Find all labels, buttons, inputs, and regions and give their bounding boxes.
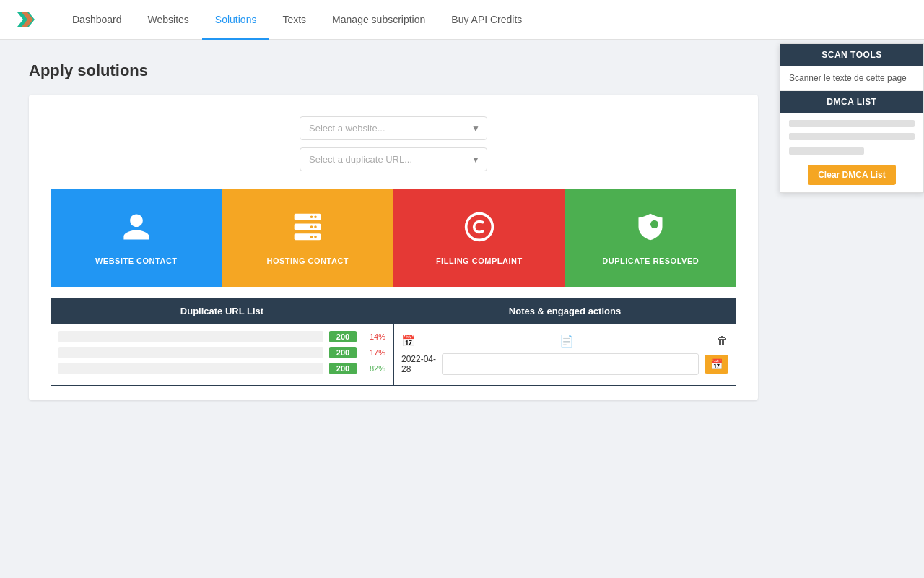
- trash-icon[interactable]: 🗑: [717, 335, 728, 348]
- svg-rect-8: [295, 233, 321, 240]
- scan-page-button[interactable]: Scanner le texte de cette page: [780, 66, 923, 91]
- url-percent: 17%: [362, 348, 385, 357]
- url-dropdown[interactable]: Select a duplicate URL...: [300, 147, 487, 171]
- url-percent: 82%: [362, 364, 385, 373]
- scan-tools-title: SCAN TOOLS: [780, 44, 923, 66]
- svg-point-7: [310, 225, 313, 228]
- notes-calendar-button[interactable]: 📅: [705, 355, 728, 374]
- duplicate-resolved-card[interactable]: DUPLICATE RESOLVED: [565, 189, 737, 287]
- nav-buy-api-credits[interactable]: Buy API Credits: [438, 0, 535, 40]
- url-text: [58, 363, 323, 374]
- notes-panel: Notes & engaged actions 📅 📄 🗑 2022-04- 2…: [393, 298, 736, 386]
- nav-dashboard[interactable]: Dashboard: [59, 0, 135, 40]
- topbar: Dashboard Websites Solutions Texts Manag…: [0, 0, 924, 40]
- svg-point-4: [310, 215, 313, 218]
- notes-date: 2022-04- 28: [401, 354, 436, 374]
- url-status-badge: 200: [329, 363, 357, 374]
- svg-point-10: [310, 236, 313, 238]
- hosting-contact-label: HOSTING CONTACT: [266, 256, 349, 265]
- filling-complaint-label: FILLING COMPLAINT: [436, 256, 523, 265]
- svg-point-3: [314, 215, 317, 218]
- url-text: [58, 331, 323, 342]
- document-icon[interactable]: 📄: [559, 334, 574, 348]
- duplicate-resolved-label: DUPLICATE RESOLVED: [602, 256, 699, 265]
- notes-input[interactable]: [442, 353, 699, 375]
- website-contact-label: WEBSITE CONTACT: [95, 256, 178, 265]
- svg-rect-5: [295, 223, 321, 230]
- hosting-contact-card[interactable]: HOSTING CONTACT: [222, 189, 394, 287]
- website-dropdown-wrap: Select a website... ▼: [300, 116, 487, 140]
- server-icon: [292, 211, 323, 249]
- logo[interactable]: [14, 8, 38, 31]
- solution-cards-grid: WEBSITE CONTACT: [51, 189, 736, 287]
- url-list: 200 14% 200 17% 200 82%: [58, 331, 385, 374]
- table-row: 200 82%: [58, 363, 385, 374]
- url-percent: 14%: [362, 332, 385, 341]
- nav-solutions[interactable]: Solutions: [202, 0, 270, 40]
- svg-point-12: [650, 220, 658, 228]
- main-nav: Dashboard Websites Solutions Texts Manag…: [59, 0, 535, 40]
- bottom-panels: Duplicate URL List 200 14% 200 17%: [51, 298, 736, 386]
- dmca-list-title: DMCA LIST: [780, 91, 923, 113]
- svg-rect-2: [295, 214, 321, 220]
- svg-point-9: [314, 236, 317, 238]
- notes-icons-row: 📅 📄 🗑: [401, 331, 728, 350]
- table-row: 200 17%: [58, 347, 385, 358]
- svg-point-11: [466, 214, 492, 241]
- duplicate-url-panel-body: 200 14% 200 17% 200 82%: [51, 324, 393, 381]
- url-dropdown-wrap: Select a duplicate URL... ▼: [300, 147, 487, 171]
- nav-websites[interactable]: Websites: [135, 0, 202, 40]
- clear-dmca-button[interactable]: Clear DMCA List: [808, 165, 896, 185]
- notes-panel-header: Notes & engaged actions: [394, 298, 736, 324]
- notes-panel-body: 📅 📄 🗑 2022-04- 28 📅: [394, 324, 736, 385]
- solutions-card: Select a website... ▼ Select a duplicate…: [29, 95, 758, 400]
- url-status-badge: 200: [329, 331, 357, 342]
- table-row: 200 14%: [58, 331, 385, 342]
- scan-tools-panel: SCAN TOOLS Scanner le texte de cette pag…: [780, 43, 924, 193]
- dmca-text: [789, 120, 915, 158]
- nav-manage-subscription[interactable]: Manage subscription: [319, 0, 438, 40]
- website-contact-card[interactable]: WEBSITE CONTACT: [51, 189, 222, 287]
- copyright-icon: [463, 211, 495, 249]
- duplicate-url-panel: Duplicate URL List 200 14% 200 17%: [51, 298, 393, 386]
- calendar-icon[interactable]: 📅: [401, 334, 416, 348]
- website-dropdown[interactable]: Select a website...: [300, 116, 487, 140]
- notes-input-row: 2022-04- 28 📅: [401, 350, 728, 378]
- dmca-content: Clear DMCA List: [780, 113, 923, 192]
- duplicate-url-panel-header: Duplicate URL List: [51, 298, 393, 324]
- filling-complaint-card[interactable]: FILLING COMPLAINT: [393, 189, 565, 287]
- user-icon: [121, 211, 152, 249]
- shield-icon: [635, 211, 666, 249]
- url-status-badge: 200: [329, 347, 357, 358]
- page-title: Apply solutions: [29, 61, 758, 80]
- svg-point-6: [314, 225, 317, 228]
- filter-dropdowns: Select a website... ▼ Select a duplicate…: [51, 116, 736, 171]
- url-text: [58, 347, 323, 358]
- main-content: Apply solutions Select a website... ▼ Se…: [0, 40, 787, 436]
- nav-texts[interactable]: Texts: [269, 0, 319, 40]
